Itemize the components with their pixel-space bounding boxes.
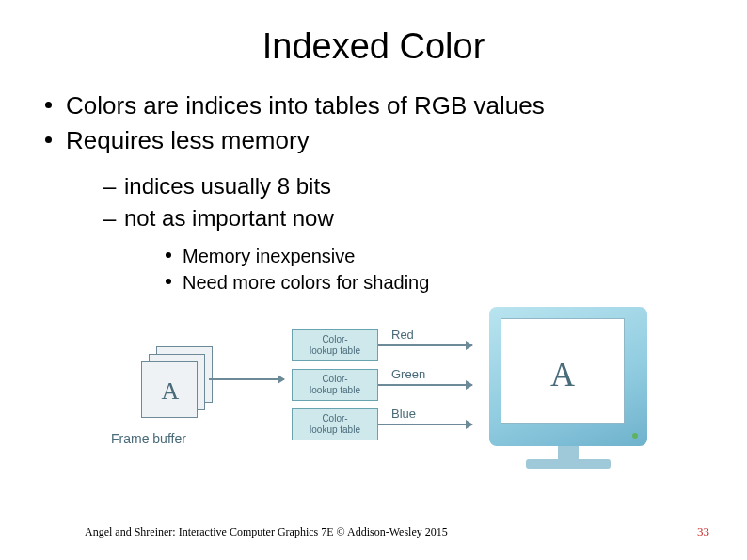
monitor-base (526, 459, 611, 469)
monitor-body: A (489, 307, 647, 446)
clt-label-line2: lookup table (293, 385, 377, 396)
channel-label-blue: Blue (391, 407, 416, 421)
clt-label-line2: lookup table (293, 424, 377, 436)
frame-buffer-plane: A (141, 361, 198, 418)
indexed-color-diagram: A Frame buffer Color- lookup table Color… (85, 311, 687, 499)
frame-buffer-icon: A (141, 346, 209, 414)
arrow-icon (378, 384, 472, 386)
page-number: 33 (697, 524, 709, 539)
l1-item: Colors are indices into tables of RGB va… (45, 89, 719, 122)
bullet-list-level2: indices usually 8 bits not as important … (66, 170, 719, 296)
arrow-icon (378, 424, 472, 425)
channel-label-green: Green (391, 367, 425, 381)
monitor-glyph: A (501, 355, 624, 394)
clt-label-line1: Color- (293, 413, 377, 424)
l1-text: Colors are indices into tables of RGB va… (66, 91, 545, 120)
bullet-list-level1: Colors are indices into tables of RGB va… (28, 89, 719, 296)
monitor-led-icon (632, 433, 638, 439)
arrow-icon (378, 344, 472, 346)
color-lookup-table-blue: Color- lookup table (292, 408, 378, 440)
l3-item: Need more colors for shading (166, 269, 719, 296)
l1-item: Requires less memory indices usually 8 b… (45, 124, 719, 296)
l2-item: indices usually 8 bits (103, 170, 719, 202)
l2-text: indices usually 8 bits (124, 173, 331, 199)
slide-title: Indexed Color (28, 26, 719, 67)
monitor-icon: A (489, 307, 647, 469)
frame-buffer-label: Frame buffer (111, 431, 186, 446)
l3-item: Memory inexpensive (166, 243, 719, 269)
bullet-list-level3: Memory inexpensive Need more colors for … (124, 243, 719, 296)
footer-citation: Angel and Shreiner: Interactive Computer… (85, 525, 448, 539)
l3-text: Memory inexpensive (183, 246, 355, 266)
monitor-neck (558, 446, 579, 459)
clt-label-line2: lookup table (293, 345, 377, 357)
monitor-screen: A (501, 318, 625, 424)
clt-label-line1: Color- (293, 374, 377, 385)
arrow-icon (209, 378, 284, 380)
frame-buffer-glyph: A (142, 377, 199, 406)
l2-text: not as important now (124, 205, 334, 231)
channel-label-red: Red (391, 328, 414, 342)
l1-text: Requires less memory (66, 126, 310, 154)
slide: Indexed Color Colors are indices into ta… (0, 0, 747, 560)
l3-text: Need more colors for shading (183, 272, 429, 293)
clt-label-line1: Color- (293, 334, 377, 345)
color-lookup-table-red: Color- lookup table (292, 329, 378, 361)
color-lookup-table-green: Color- lookup table (292, 369, 378, 401)
l2-item: not as important now Memory inexpensive … (103, 202, 719, 296)
